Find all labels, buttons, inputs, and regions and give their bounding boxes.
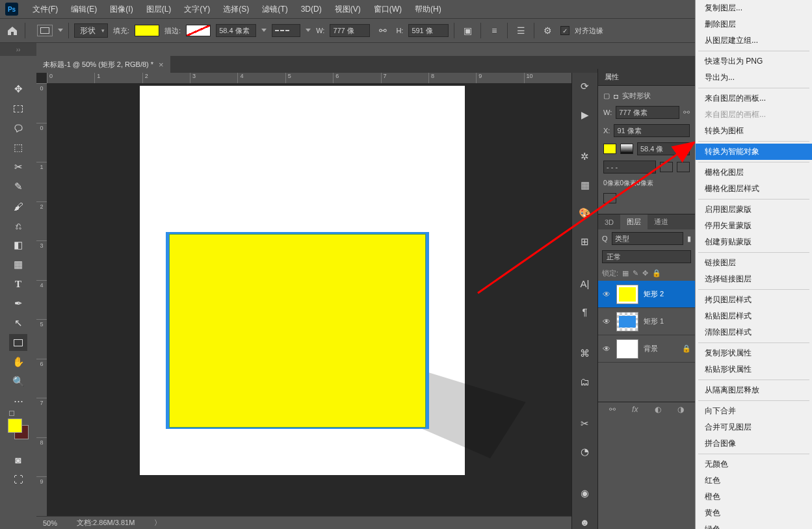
close-tab-icon[interactable]: × bbox=[159, 60, 164, 70]
layer-item-bg[interactable]: 👁 背景 🔒 bbox=[598, 335, 695, 363]
color-swatches[interactable] bbox=[8, 419, 29, 439]
ctx-group-from-layers[interactable]: 从图层建立组... bbox=[696, 32, 812, 49]
clone-tool[interactable]: ⎌ bbox=[9, 217, 27, 234]
pen-tool[interactable]: ✒ bbox=[9, 295, 27, 312]
wheel-icon[interactable]: ✲ bbox=[577, 149, 593, 164]
ctx-enable-layer-mask[interactable]: 启用图层蒙版 bbox=[696, 201, 812, 218]
color-icon[interactable]: 🎨 bbox=[577, 206, 593, 220]
menu-view[interactable]: 视图(V) bbox=[328, 4, 367, 15]
gear-icon[interactable]: ⚙ bbox=[540, 23, 555, 38]
foreground-swatch[interactable] bbox=[8, 419, 22, 433]
visibility-icon[interactable]: 👁 bbox=[602, 290, 611, 299]
chevron-down-icon[interactable] bbox=[58, 29, 63, 32]
ctx-no-color[interactable]: 无颜色 bbox=[696, 456, 812, 472]
canvas-viewport[interactable] bbox=[47, 83, 571, 516]
chevron-down-icon[interactable] bbox=[261, 29, 267, 32]
layer-thumb[interactable] bbox=[616, 312, 638, 331]
filter-toggle-icon[interactable]: ▮ bbox=[687, 235, 691, 243]
ctx-create-clipping-mask[interactable]: 创建剪贴蒙版 bbox=[696, 234, 812, 250]
layer-thumb[interactable] bbox=[616, 339, 638, 359]
ctx-copy-layer[interactable]: 复制图层... bbox=[696, 0, 812, 16]
ruler-horizontal[interactable]: 012345678910 bbox=[47, 73, 571, 83]
edit-toolbar[interactable]: ⋯ bbox=[9, 393, 27, 409]
ctx-link-layers[interactable]: 链接图层 bbox=[696, 255, 812, 271]
menu-edit[interactable]: 编辑(E) bbox=[64, 4, 103, 15]
cc-icon[interactable]: ◉ bbox=[577, 486, 593, 500]
ctx-merge-visible[interactable]: 合并可见图层 bbox=[696, 419, 812, 435]
stroke-width-input[interactable]: 58.4 像素 bbox=[216, 24, 256, 37]
path-select-tool[interactable]: ↖ bbox=[9, 315, 27, 331]
arrange-icon[interactable]: ☰ bbox=[513, 23, 529, 38]
blend-mode-dropdown[interactable]: 正常 bbox=[602, 250, 691, 263]
ruler-vertical[interactable]: 00123456789 bbox=[36, 83, 47, 516]
quick-select-tool[interactable]: ⬚ bbox=[9, 139, 27, 156]
glyph-icon[interactable]: ⌘ bbox=[577, 346, 593, 361]
ctx-convert-to-frame[interactable]: 转换为图框 bbox=[696, 123, 812, 139]
ctx-quick-export-png[interactable]: 快速导出为 PNG bbox=[696, 53, 812, 70]
styles-icon[interactable]: ◔ bbox=[577, 445, 593, 459]
zoom-tool[interactable]: 🔍 bbox=[9, 373, 27, 390]
eyedropper-tool[interactable]: ✎ bbox=[9, 178, 27, 195]
rectangle-tool[interactable] bbox=[9, 334, 27, 351]
tab-layers[interactable]: 图层 bbox=[620, 214, 648, 229]
menu-layer[interactable]: 图层(L) bbox=[140, 4, 178, 15]
layer-item-rect2[interactable]: 👁 矩形 2 bbox=[598, 281, 695, 308]
layer-name[interactable]: 背景 bbox=[644, 344, 658, 354]
menu-filter[interactable]: 滤镜(T) bbox=[255, 4, 294, 15]
layer-thumb[interactable] bbox=[616, 285, 638, 304]
align-icon[interactable]: ≡ bbox=[486, 23, 502, 38]
fill-mini-swatch[interactable] bbox=[603, 144, 616, 154]
ctx-delete-layer[interactable]: 删除图层 bbox=[696, 16, 812, 32]
lock-trans-icon[interactable]: ▦ bbox=[622, 269, 629, 277]
tab-channels[interactable]: 通道 bbox=[648, 214, 675, 229]
layer-item-rect1[interactable]: 👁 矩形 1 bbox=[598, 308, 695, 335]
corner-tl-icon[interactable] bbox=[603, 193, 616, 203]
ctx-clear-layer-style[interactable]: 清除图层样式 bbox=[696, 324, 812, 341]
doc-size[interactable]: 文档:2.86M/3.81M bbox=[77, 518, 135, 528]
menu-type[interactable]: 文字(Y) bbox=[177, 4, 216, 15]
ctx-disable-vector-mask[interactable]: 停用矢量蒙版 bbox=[696, 218, 812, 234]
stroke-style[interactable] bbox=[272, 24, 300, 37]
width-input[interactable]: 777 像 bbox=[330, 24, 370, 37]
gradient-tool[interactable]: ▦ bbox=[9, 256, 27, 273]
layer-name[interactable]: 矩形 2 bbox=[644, 289, 664, 299]
kind-filter-icon[interactable]: Q bbox=[602, 235, 608, 242]
visibility-icon[interactable]: 👁 bbox=[602, 344, 611, 354]
ctx-paste-layer-style[interactable]: 粘贴图层样式 bbox=[696, 308, 812, 324]
menu-3d[interactable]: 3D(D) bbox=[295, 5, 328, 14]
zoom-level[interactable]: 50% bbox=[43, 519, 57, 527]
ctx-select-linked[interactable]: 选择链接图层 bbox=[696, 271, 812, 287]
tab-3d[interactable]: 3D bbox=[598, 214, 620, 229]
tool-preset-picker[interactable] bbox=[37, 25, 53, 36]
link-wh-icon[interactable]: ⚯ bbox=[375, 23, 391, 38]
ctx-orange[interactable]: 橙色 bbox=[696, 489, 812, 505]
screenmode-icon[interactable]: ⛶ bbox=[9, 471, 27, 487]
grid-icon[interactable]: ⊞ bbox=[577, 235, 593, 249]
play-icon[interactable]: ▶ bbox=[577, 108, 593, 122]
stroke-cap-icon[interactable] bbox=[677, 162, 690, 172]
ctx-copy-layer-style[interactable]: 拷贝图层样式 bbox=[696, 292, 812, 308]
menu-file[interactable]: 文件(F) bbox=[26, 4, 64, 15]
ctx-export-as[interactable]: 导出为... bbox=[696, 70, 812, 86]
ctx-merge-down[interactable]: 向下合并 bbox=[696, 403, 812, 419]
stroke-dash[interactable]: - - - bbox=[603, 161, 656, 174]
eraser-tool[interactable]: ◧ bbox=[9, 237, 27, 253]
libraries-icon[interactable]: 🗂 bbox=[577, 375, 593, 389]
kind-dropdown[interactable]: 类型 bbox=[612, 232, 683, 245]
menu-image[interactable]: 图像(I) bbox=[103, 4, 139, 15]
status-chevron-icon[interactable]: 〉 bbox=[154, 518, 161, 528]
prop-w-input[interactable]: 777 像素 bbox=[616, 106, 679, 119]
ctx-release-isolation[interactable]: 从隔离图层释放 bbox=[696, 382, 812, 398]
adj-icon[interactable]: ◑ bbox=[677, 405, 684, 414]
default-colors-icon[interactable] bbox=[9, 411, 14, 416]
ctx-rasterize-layer[interactable]: 栅格化图层 bbox=[696, 164, 812, 181]
ctx-green[interactable]: 绿色 bbox=[696, 521, 812, 529]
mask-icon[interactable]: ◐ bbox=[655, 405, 661, 414]
move-tool[interactable]: ✥ bbox=[9, 81, 27, 97]
menu-window[interactable]: 窗口(W) bbox=[367, 4, 408, 15]
height-input[interactable]: 591 像 bbox=[408, 24, 449, 37]
visibility-icon[interactable]: 👁 bbox=[602, 317, 611, 326]
collapse-handle[interactable]: ›› bbox=[0, 43, 36, 56]
properties-tab[interactable]: 属性 bbox=[598, 69, 695, 86]
history-icon[interactable]: ⟳ bbox=[577, 79, 593, 94]
